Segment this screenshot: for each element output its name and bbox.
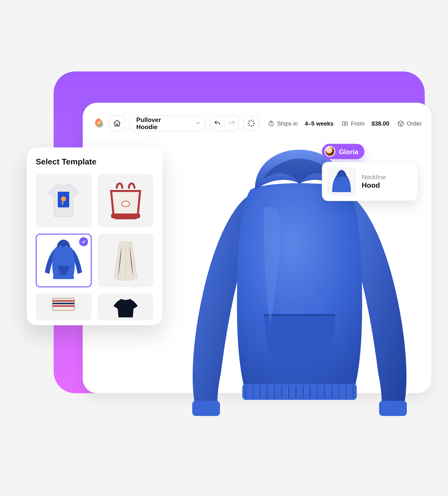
app-logo-icon (93, 117, 105, 130)
svg-point-31 (61, 196, 66, 201)
shipping-prefix: Ships in (277, 120, 298, 127)
template-item-rug[interactable] (36, 294, 92, 320)
svg-line-2 (249, 121, 250, 122)
template-item-polo[interactable] (98, 294, 153, 320)
option-label: Neckline (362, 173, 386, 181)
product-name: Pullover Hoodie (136, 116, 183, 130)
svg-rect-32 (62, 201, 63, 205)
home-button[interactable] (109, 115, 125, 131)
undo-button[interactable] (210, 116, 224, 131)
svg-rect-38 (53, 303, 75, 304)
template-item-skirt[interactable] (98, 234, 153, 287)
svg-line-3 (253, 125, 254, 126)
svg-rect-39 (53, 305, 75, 307)
price-info: From $38.00 (342, 120, 389, 127)
template-panel: Select Template (27, 147, 162, 325)
svg-rect-29 (379, 401, 407, 416)
svg-rect-33 (111, 214, 140, 218)
option-value: Hood (362, 181, 386, 189)
svg-rect-35 (53, 275, 74, 279)
svg-rect-28 (192, 401, 220, 416)
svg-rect-37 (53, 300, 75, 302)
option-card-neckline[interactable]: Neckline Hood (322, 162, 418, 201)
template-panel-title: Select Template (36, 157, 153, 167)
price-prefix: From (351, 120, 365, 127)
shipping-value: 4–5 weeks (305, 120, 334, 127)
product-dropdown[interactable]: Pullover Hoodie (130, 115, 206, 131)
price-value: $38.00 (371, 120, 389, 127)
svg-point-10 (344, 123, 346, 124)
collaborator-name: Gloria (339, 148, 358, 155)
history-group (210, 115, 240, 131)
svg-line-6 (249, 125, 250, 126)
template-item-tshirt[interactable] (36, 174, 92, 228)
header-meta: Ships in 4–5 weeks From $38.00 Order (268, 120, 422, 127)
shipping-info: Ships in 4–5 weeks (268, 120, 334, 127)
chevron-down-icon (195, 120, 201, 127)
avatar (325, 146, 335, 157)
template-item-hoodie[interactable] (36, 234, 92, 287)
collaborator-cursor: Gloria (322, 144, 365, 159)
app-header: Pullover Hoodie (83, 103, 432, 139)
svg-line-7 (253, 121, 254, 122)
loading-button[interactable] (244, 116, 259, 131)
template-grid (36, 174, 153, 320)
option-thumb (328, 168, 355, 195)
redo-button[interactable] (225, 116, 239, 131)
svg-rect-9 (342, 122, 347, 125)
order-label: Order (407, 120, 421, 127)
order-button[interactable]: Order (397, 120, 422, 127)
template-item-tote-bag[interactable] (98, 174, 153, 228)
